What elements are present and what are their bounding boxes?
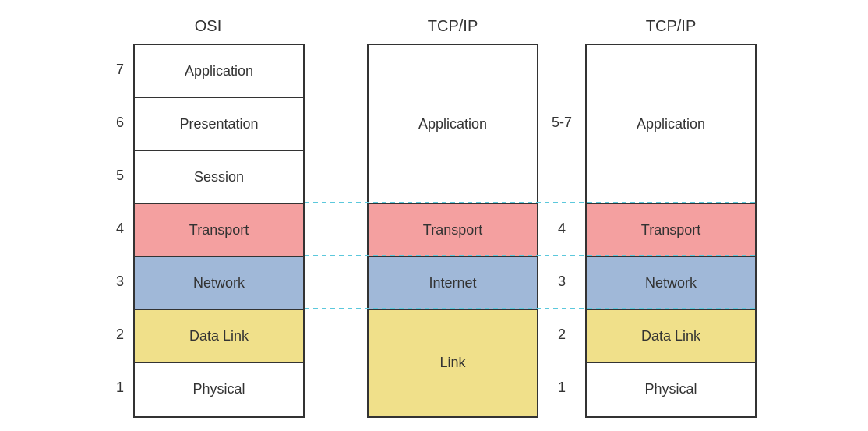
osi-column: OSI 7 6 5 4 3 2 1 Application Presentati… [111, 14, 305, 418]
mid-num-2: 2 [558, 309, 566, 362]
osi-layer-transport: Transport [135, 204, 303, 257]
tcpip-right-layer-transport: Transport [587, 204, 755, 257]
mid-num-4: 4 [558, 203, 566, 256]
tcpip-right-title: TCP/IP [646, 14, 696, 37]
tcpip-right-layer-application: Application [587, 45, 755, 204]
tcpip-center-layer-transport: Transport [369, 204, 537, 257]
osi-layer-physical: Physical [135, 363, 303, 416]
tcpip-right-layer-datalink: Data Link [587, 310, 755, 363]
osi-num-5: 5 [111, 150, 129, 203]
osi-num-1: 1 [111, 362, 129, 415]
osi-num-7: 7 [111, 44, 129, 97]
osi-layers-box: Application Presentation Session Transpo… [133, 44, 305, 418]
mid-num-57: 5-7 [552, 44, 572, 203]
tcpip-center-column: TCP/IP Application Transport Internet Li… [367, 14, 538, 418]
tcpip-right-layers-box: Application Transport Network Data Link … [585, 44, 757, 418]
osi-layer-session: Session [135, 151, 303, 204]
tcpip-right-column: TCP/IP Application Transport Network Dat… [585, 14, 757, 418]
osi-num-4: 4 [111, 203, 129, 256]
osi-title: OSI [195, 14, 221, 37]
osi-layer-presentation: Presentation [135, 98, 303, 151]
tcpip-right-layer-network: Network [587, 257, 755, 310]
osi-num-3: 3 [111, 256, 129, 309]
tcpip-center-layers-box: Application Transport Internet Link [367, 44, 538, 418]
osi-numbers: 7 6 5 4 3 2 1 [111, 44, 129, 415]
tcpip-center-layer-internet: Internet [369, 257, 537, 310]
mid-num-1: 1 [558, 362, 566, 415]
mid-num-3: 3 [558, 256, 566, 309]
osi-num-6: 6 [111, 97, 129, 150]
osi-num-2: 2 [111, 309, 129, 362]
tcpip-center-layer-link: Link [369, 310, 537, 416]
osi-layer-network: Network [135, 257, 303, 310]
tcpip-center-title: TCP/IP [428, 14, 478, 37]
osi-layer-datalink: Data Link [135, 310, 303, 363]
diagram-wrapper: OSI 7 6 5 4 3 2 1 Application Presentati… [111, 14, 757, 418]
middle-numbers: 5-7 4 3 2 1 [538, 44, 585, 415]
tcpip-right-layer-physical: Physical [587, 363, 755, 416]
osi-layer-application: Application [135, 45, 303, 98]
tcpip-center-layer-application: Application [369, 45, 537, 204]
